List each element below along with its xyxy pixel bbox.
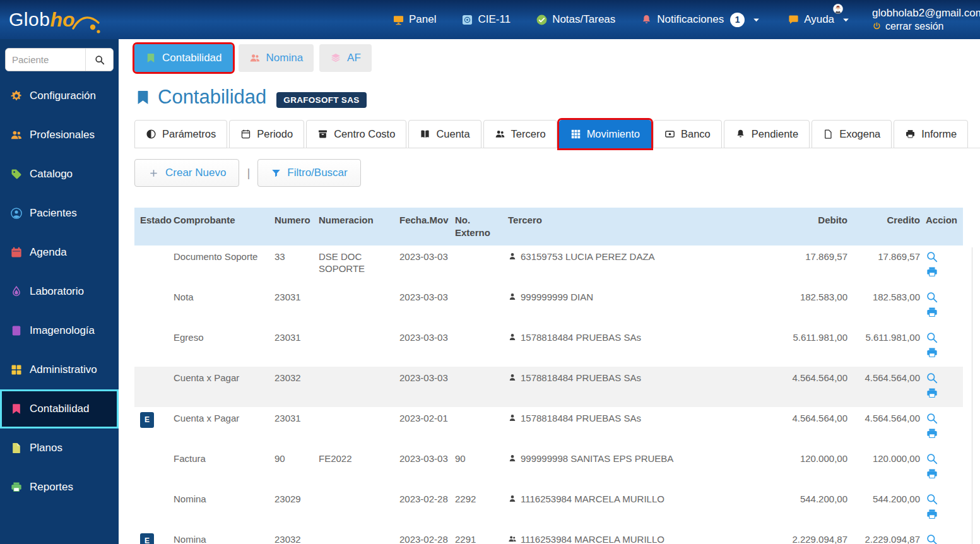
tab-movimiento[interactable]: Movimiento (559, 120, 651, 148)
sidebar-item-catalogo[interactable]: Catalogo (0, 155, 119, 194)
numero-cell: 23032 (275, 528, 319, 544)
bookmark-icon (145, 52, 156, 64)
tab-label: Informe (921, 128, 957, 140)
print-action-icon[interactable] (926, 387, 938, 399)
print-action-icon[interactable] (926, 508, 938, 521)
tab-banco[interactable]: Banco (653, 120, 722, 148)
sidebar-item-contabilidad[interactable]: Contabilidad (0, 389, 119, 429)
sidebar-item-configuracion[interactable]: Configuración (0, 76, 119, 115)
estado-cell: E (134, 528, 174, 544)
view-action-icon[interactable] (926, 452, 938, 465)
sidebar-item-label: Laboratorio (30, 285, 84, 298)
view-action-icon[interactable] (926, 372, 938, 384)
printer-icon (905, 129, 916, 139)
sidebar-item-label: Profesionales (30, 129, 95, 141)
notification-count-badge: 1 (730, 13, 745, 27)
table-row: Nota230312023-03-03999999999 DIAN182.583… (134, 286, 963, 326)
logout-button[interactable]: cerrar sesión (872, 20, 980, 33)
table-row: Cuenta x Pagar230322023-03-031578818484 … (134, 367, 963, 407)
print-action-icon[interactable] (926, 427, 938, 440)
user-icon (508, 373, 517, 382)
tab-cuenta[interactable]: Cuenta (408, 120, 481, 148)
sidebar-item-label: Reportes (30, 481, 73, 494)
tab-periodo[interactable]: Periodo (229, 120, 304, 148)
print-action-icon[interactable] (926, 266, 938, 278)
tab-pendiente[interactable]: Pendiente (724, 120, 810, 148)
estado-cell (134, 447, 174, 488)
nav-label: Ayuda (804, 13, 834, 26)
gear-icon (10, 90, 23, 102)
sidebar-item-imagenologia[interactable]: Imagenología (0, 311, 119, 350)
tercero-cell: 1578818484 PRUEBAS SAs (508, 367, 752, 407)
view-action-icon[interactable] (926, 251, 938, 263)
view-action-icon[interactable] (926, 291, 938, 304)
users-icon (495, 129, 505, 139)
scrollbar[interactable] (972, 247, 972, 544)
sidebar-item-pacientes[interactable]: Pacientes (0, 194, 119, 233)
sidebar-item-profesionales[interactable]: Profesionales (0, 115, 119, 155)
nav-item-notificaciones[interactable]: Notificaciones 1 (641, 13, 762, 27)
accion-cell (926, 286, 963, 326)
tab-parametros[interactable]: Parámetros (134, 120, 227, 148)
comprobante-cell: Factura (174, 447, 275, 488)
accion-cell (926, 407, 963, 447)
logo-swoosh-icon (72, 13, 101, 37)
sidebar-item-agenda[interactable]: Agenda (0, 233, 119, 272)
logout-label: cerrar sesión (885, 20, 943, 33)
view-action-icon[interactable] (926, 331, 938, 344)
sidebar-item-laboratorio[interactable]: Laboratorio (0, 272, 119, 311)
tab-label: Banco (681, 128, 711, 140)
tab-nomina[interactable]: Nomina (239, 44, 314, 72)
movements-table: Estado Comprobante Numero Numeracion Fec… (134, 208, 963, 544)
search-button[interactable] (85, 49, 113, 71)
tab-contabilidad[interactable]: Contabilidad (134, 44, 233, 72)
credito-cell: 4.564.564,00 (853, 407, 926, 447)
tab-informe[interactable]: Informe (894, 120, 968, 148)
fecha-mov-cell: 2023-02-28 (399, 528, 455, 544)
app-logo[interactable]: Globho (0, 2, 126, 37)
tab-centro-costo[interactable]: Centro Costo (306, 120, 406, 148)
sidebar-item-administrativo[interactable]: Administrativo (0, 350, 119, 389)
table-row: Factura90FE20222023-03-0390999999998 SAN… (134, 447, 963, 488)
avatar[interactable] (833, 4, 865, 35)
view-action-icon[interactable] (926, 533, 938, 544)
print-action-icon[interactable] (926, 346, 938, 359)
debito-cell: 182.583,00 (752, 286, 853, 326)
no-externo-cell (455, 245, 508, 286)
user-email: globholab2@gmail.com (872, 6, 980, 20)
card-icon (664, 129, 675, 139)
nav-item-notas-tareas[interactable]: Notas/Tareas (536, 13, 615, 26)
chat-icon (788, 14, 800, 26)
view-action-icon[interactable] (926, 493, 938, 506)
patient-search-input[interactable] (6, 49, 85, 71)
tercero-cell: 1116253984 MARCELA MURILLO (508, 488, 752, 528)
tab-label: Centro Costo (334, 128, 395, 140)
create-new-button[interactable]: Crear Nuevo (134, 159, 239, 187)
debito-cell: 5.611.981,00 (752, 326, 853, 367)
fecha-mov-cell: 2023-03-03 (399, 367, 455, 407)
accion-cell (926, 528, 963, 544)
nav-item-panel[interactable]: Panel (393, 13, 436, 26)
nav-item-cie11[interactable]: CIE-11 (461, 13, 511, 26)
numeracion-cell (319, 528, 399, 544)
print-action-icon[interactable] (926, 468, 938, 480)
sidebar-item-planos[interactable]: Planos (0, 429, 119, 468)
sidebar-item-label: Imagenología (30, 324, 95, 337)
fecha-mov-cell: 2023-03-03 (399, 245, 455, 286)
numero-cell: 23029 (275, 488, 319, 528)
tab-af[interactable]: AF (319, 44, 372, 72)
filter-search-button[interactable]: Filtro/Buscar (257, 159, 360, 187)
archive-icon (317, 129, 328, 139)
no-externo-cell: 90 (455, 447, 508, 488)
print-action-icon[interactable] (926, 306, 938, 319)
user-icon (508, 494, 517, 503)
credito-cell: 17.869,57 (853, 245, 926, 286)
tab-exogena[interactable]: Exogena (812, 120, 892, 148)
sidebar-item-label: Administrativo (30, 364, 97, 376)
tab-tercero[interactable]: Tercero (483, 120, 557, 148)
view-action-icon[interactable] (926, 412, 938, 425)
tercero-cell: 63159753 LUCIA PEREZ DAZA (508, 245, 752, 286)
file-icon (10, 442, 23, 454)
sidebar-item-reportes[interactable]: Reportes (0, 468, 119, 507)
comprobante-cell: Cuenta x Pagar (174, 407, 275, 447)
